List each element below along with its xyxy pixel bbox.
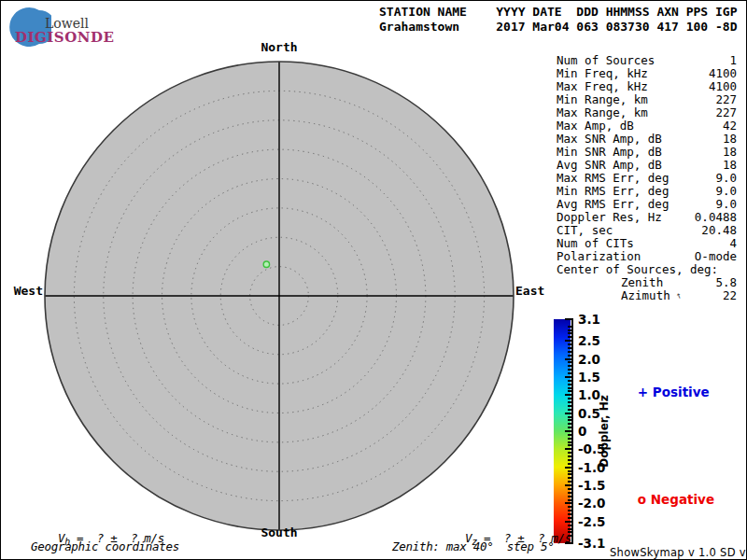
parameter-row: CIT, sec20.48 [557,224,737,237]
colorbar-tick-label: -2.0 [578,496,606,511]
colorbar-minor-tick [568,369,572,371]
colorbar-minor-tick [568,488,572,490]
parameter-row: Zenith5.8 [557,276,737,289]
colorbar-minor-tick [568,499,572,501]
colorbar-tick-label: 2.0 [578,352,600,367]
colorbar-minor-tick [568,438,572,440]
parameter-row: Avg RMS Err, deg9.0 [557,198,737,211]
parameter-label: Min Freq, kHz [557,67,648,80]
colorbar-minor-tick [568,496,572,497]
colorbar-minor-tick [568,427,572,428]
colorbar-minor-tick [568,455,572,457]
parameter-row: PolarizationO-mode [557,250,737,263]
parameter-label: Zenith [621,276,663,289]
parameter-value: 4100 [709,67,737,80]
colorbar-minor-tick [568,481,572,483]
parameter-label: Doppler Res, Hz [557,211,662,224]
colorbar-minor-tick [568,387,572,389]
parameter-value: 18 [723,133,737,146]
parameter-label: Num of CITs [557,237,634,250]
colorbar-minor-tick [568,409,572,411]
parameter-label: Max Range, km [557,106,648,119]
colorbar-minor-tick [568,513,572,515]
zenith-scale-note: Zenith: max 40° step 5° [392,539,554,553]
colorbar-major-tick [565,448,572,450]
parameter-row: Max Range, km227 [557,106,737,119]
parameter-label: CIT, sec [557,224,613,237]
parameter-row: Max Amp, dB42 [557,119,737,133]
parameter-value: 1 [729,54,737,67]
parameter-row: Min RMS Err, deg9.0 [557,185,737,198]
colorbar-minor-tick [568,444,572,446]
parameter-label: Center of Sources, deg: [557,263,718,276]
colorbar-major-tick [565,430,572,432]
parameter-row: Max RMS Err, deg9.0 [557,172,737,185]
parameter-value: 42 [723,119,737,133]
colorbar-tick-label: -2.5 [578,514,606,529]
compass-label-south: South [261,525,297,539]
colorbar-minor-tick [568,326,572,328]
parameter-row: Min Range, km227 [557,93,737,106]
parameter-label: Max Freq, kHz [557,80,648,93]
parameter-value: 227 [715,106,737,119]
colorbar-major-tick [565,318,572,320]
parameter-label: Max RMS Err, deg [557,172,669,185]
circle-marker-icon: o [638,492,646,507]
parameter-value: O-mode [695,250,737,263]
colorbar-minor-tick [568,355,572,357]
colorbar-major-tick [565,376,572,378]
parameter-value: 9.0 [715,172,737,185]
parameter-value: 0.0488 [695,211,737,224]
parameter-label: Max SNR Amp, dB [557,133,662,146]
colorbar-minor-tick [568,441,572,443]
colorbar-minor-tick [568,390,572,392]
parameter-label: Polarization [557,250,641,263]
parameter-value: 4100 [709,80,737,93]
colorbar-minor-tick [568,343,572,345]
colorbar-minor-tick [568,380,572,382]
parameter-row: Min Freq, kHz4100 [557,67,737,80]
parameter-row: Avg SNR Amp, dB18 [557,159,737,172]
colorbar-minor-tick [568,419,572,421]
colorbar-minor-tick [568,434,572,436]
colorbar-minor-tick [568,463,572,465]
colorbar-minor-tick [568,365,572,367]
colorbar-minor-tick [568,361,572,363]
parameter-row: Max SNR Amp, dB18 [557,133,737,146]
colorbar-minor-tick [568,351,572,353]
colorbar-minor-tick [568,477,572,479]
colorbar-major-tick [565,394,572,396]
colorbar-tick-label: 3.1 [578,312,600,327]
colorbar-major-tick [565,413,572,414]
plus-marker-icon: + [638,385,648,399]
colorbar-minor-tick [568,372,572,374]
colorbar-minor-tick [568,492,572,494]
colorbar-minor-tick [568,470,572,472]
colorbar-minor-tick [568,336,572,338]
colorbar-minor-tick [568,423,572,425]
colorbar-major-tick [565,484,572,486]
parameter-row: Azimuth ↑22 [557,289,737,302]
colorbar-tick-label: 0 [578,424,586,439]
parameter-label: Min Range, km [557,93,648,106]
parameter-row: Num of CITs4 [557,237,737,250]
colorbar-minor-tick [568,452,572,454]
colorbar-minor-tick [568,473,572,475]
parameter-value: 5.8 [715,276,737,289]
parameter-row: Max Freq, kHz4100 [557,80,737,93]
compass-label-north: North [261,40,297,54]
colorbar-minor-tick [568,332,572,334]
colorbar-minor-tick [568,347,572,349]
parameter-value: 4 [729,237,737,250]
colorbar-minor-tick [568,384,572,385]
parameter-row: Min SNR Amp, dB18 [557,146,737,159]
parameter-label: Avg SNR Amp, dB [557,159,662,172]
colorbar-minor-tick [568,459,572,461]
parameter-value: 20.48 [701,224,737,237]
parameter-label: Min SNR Amp, dB [557,146,662,159]
parameter-label: Azimuth ↑ [621,289,682,302]
source-point [263,261,269,267]
vertical-velocity-readout: Vz = ? ± ? m/s [438,517,571,560]
colorbar-minor-tick [568,506,572,508]
colorbar-minor-tick [568,416,572,418]
